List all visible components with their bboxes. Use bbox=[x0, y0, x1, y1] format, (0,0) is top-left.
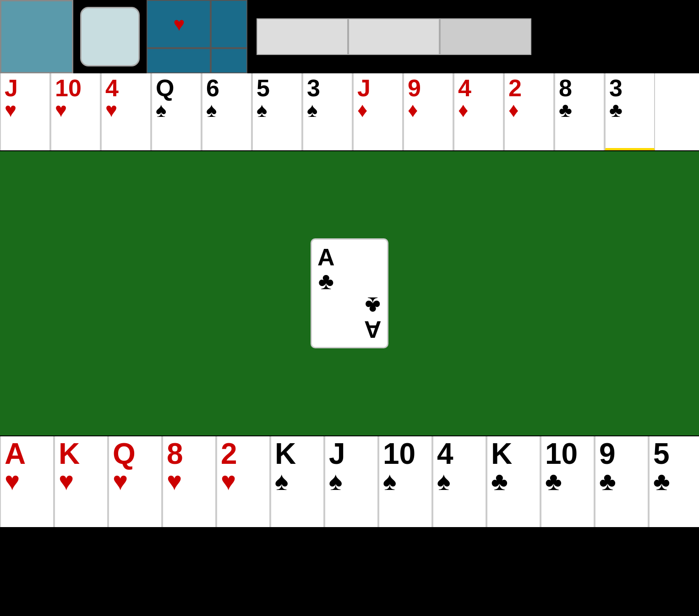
card-suit: ♦ bbox=[408, 100, 418, 120]
north-card-8[interactable]: 9 ♦ bbox=[403, 73, 453, 150]
north-card-7[interactable]: J ♦ bbox=[353, 73, 403, 150]
buttons-area bbox=[247, 0, 699, 73]
tricks-bottom bbox=[211, 48, 247, 73]
card-suit: ♣ bbox=[599, 468, 616, 494]
card-rank: Q bbox=[113, 439, 136, 468]
card-suit: ♥ bbox=[5, 468, 20, 494]
dealer-box bbox=[73, 0, 147, 73]
card-rank: Q bbox=[156, 76, 174, 100]
center-card-rank-top: A bbox=[317, 245, 335, 269]
card-suit: ♣ bbox=[653, 468, 670, 494]
card-suit: ♥ bbox=[5, 100, 16, 120]
header: ♥ bbox=[0, 0, 699, 73]
card-rank: 10 bbox=[383, 439, 415, 468]
card-rank: K bbox=[275, 439, 296, 468]
table-area: A ♣ A ♣ bbox=[0, 151, 699, 435]
north-card-0[interactable]: J ♥ bbox=[0, 73, 50, 150]
south-card-1[interactable]: K ♥ bbox=[54, 436, 108, 527]
card-suit: ♥ bbox=[105, 100, 117, 120]
card-rank: 3 bbox=[609, 76, 623, 100]
south-card-4[interactable]: 2 ♥ bbox=[216, 436, 270, 527]
north-card-3[interactable]: Q ♠ bbox=[151, 73, 202, 150]
card-rank: 2 bbox=[221, 439, 237, 468]
card-rank: 6 bbox=[206, 76, 219, 100]
south-card-0[interactable]: A ♥ bbox=[0, 436, 54, 527]
center-card-suit-bot: ♣ bbox=[365, 294, 381, 318]
card-suit: ♣ bbox=[559, 100, 572, 120]
card-rank: 10 bbox=[55, 76, 82, 100]
card-rank: 9 bbox=[599, 439, 616, 468]
card-rank: K bbox=[491, 439, 512, 468]
center-card-suit-top: ♣ bbox=[318, 269, 334, 293]
center-card-rank-bot: A bbox=[364, 318, 382, 341]
south-card-9[interactable]: K ♣ bbox=[486, 436, 541, 527]
card-rank: J bbox=[329, 439, 345, 468]
south-card-7[interactable]: 10 ♠ bbox=[378, 436, 432, 527]
contract-text: ♥ bbox=[173, 13, 185, 35]
card-suit: ♦ bbox=[508, 100, 519, 120]
south-card-12[interactable]: 5 ♣ bbox=[649, 436, 699, 527]
center-card-bottom: A ♣ bbox=[364, 294, 382, 341]
north-card-2[interactable]: 4 ♥ bbox=[101, 73, 151, 150]
north-card-10[interactable]: 2 ♦ bbox=[504, 73, 554, 150]
north-card-11[interactable]: 8 ♣ bbox=[554, 73, 605, 150]
card-suit: ♠ bbox=[275, 468, 289, 494]
card-suit: ♥ bbox=[113, 468, 128, 494]
card-suit: ♠ bbox=[329, 468, 343, 494]
south-hand: A ♥ K ♥ Q ♥ 8 ♥ 2 ♥ K ♠ J ♠ 10 ♠ 4 ♠ K ♣ bbox=[0, 435, 699, 527]
north-card-9[interactable]: 4 ♦ bbox=[453, 73, 504, 150]
card-rank: K bbox=[59, 439, 80, 468]
card-rank: 2 bbox=[508, 76, 522, 100]
card-rank: 5 bbox=[257, 76, 270, 100]
south-card-6[interactable]: J ♠ bbox=[324, 436, 378, 527]
card-suit: ♠ bbox=[383, 468, 397, 494]
center-card: A ♣ A ♣ bbox=[311, 238, 388, 348]
card-rank: 10 bbox=[545, 439, 578, 468]
north-card-12[interactable]: 3 ♣ bbox=[605, 73, 655, 150]
card-suit: ♥ bbox=[55, 100, 67, 120]
tricks-top bbox=[211, 0, 247, 48]
south-card-11[interactable]: 9 ♣ bbox=[595, 436, 649, 527]
contract-top: ♥ bbox=[147, 0, 211, 48]
contract-suit-symbol: ♥ bbox=[174, 13, 185, 35]
north-card-1[interactable]: 10 ♥ bbox=[50, 73, 101, 150]
results-button[interactable] bbox=[440, 18, 531, 55]
claim-button[interactable] bbox=[348, 18, 440, 55]
settings-button[interactable] bbox=[257, 18, 348, 55]
card-rank: 8 bbox=[559, 76, 572, 100]
south-card-8[interactable]: 4 ♠ bbox=[432, 436, 486, 527]
card-rank: 3 bbox=[307, 76, 320, 100]
card-rank: A bbox=[5, 439, 26, 468]
card-suit: ♥ bbox=[221, 468, 236, 494]
contract-bottom bbox=[147, 48, 211, 73]
card-suit: ♠ bbox=[156, 100, 166, 120]
card-rank: 8 bbox=[167, 439, 183, 468]
north-hand: J ♥ 10 ♥ 4 ♥ Q ♠ 6 ♠ 5 ♠ 3 ♠ J ♦ 9 ♦ 4 ♦ bbox=[0, 73, 699, 151]
tricks-area bbox=[211, 0, 247, 73]
contract-area: ♥ bbox=[147, 0, 211, 73]
card-suit: ♠ bbox=[307, 100, 317, 120]
south-card-10[interactable]: 10 ♣ bbox=[541, 436, 595, 527]
north-card-6[interactable]: 3 ♠ bbox=[302, 73, 353, 150]
south-card-3[interactable]: 8 ♥ bbox=[162, 436, 216, 527]
card-suit: ♠ bbox=[206, 100, 217, 120]
card-suit: ♠ bbox=[257, 100, 267, 120]
card-suit: ♦ bbox=[357, 100, 367, 120]
south-card-5[interactable]: K ♠ bbox=[270, 436, 324, 527]
north-card-5[interactable]: 5 ♠ bbox=[252, 73, 302, 150]
card-suit: ♠ bbox=[437, 468, 451, 494]
card-suit: ♣ bbox=[609, 100, 623, 120]
card-rank: J bbox=[5, 76, 18, 100]
card-suit: ♥ bbox=[59, 468, 74, 494]
center-card-top: A ♣ bbox=[317, 245, 335, 293]
south-card-2[interactable]: Q ♥ bbox=[108, 436, 162, 527]
score-box bbox=[0, 0, 73, 73]
card-rank: 9 bbox=[408, 76, 421, 100]
card-suit: ♣ bbox=[545, 468, 562, 494]
north-card-4[interactable]: 6 ♠ bbox=[202, 73, 252, 150]
card-suit: ♣ bbox=[491, 468, 508, 494]
dealer-indicator bbox=[80, 7, 140, 66]
card-rank: 5 bbox=[653, 439, 670, 468]
card-rank: J bbox=[357, 76, 371, 100]
card-suit: ♦ bbox=[458, 100, 468, 120]
